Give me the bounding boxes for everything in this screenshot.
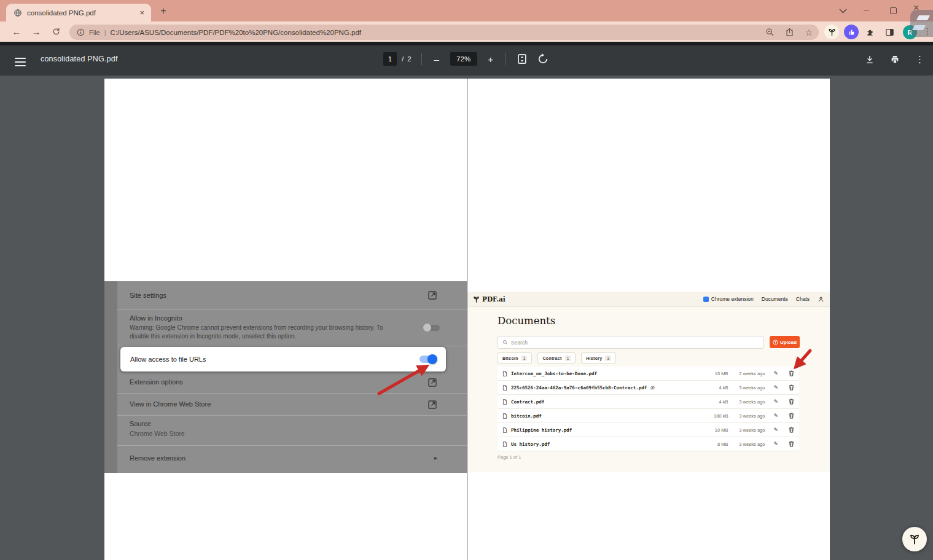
- new-tab-button[interactable]: +: [157, 6, 170, 17]
- tag-chip: History 3: [581, 352, 616, 364]
- zoom-out-icon[interactable]: [765, 28, 775, 37]
- file-icon: [502, 399, 507, 405]
- watermark-slash: [916, 15, 930, 20]
- file-urls-toggle-on: [420, 356, 436, 363]
- download-icon[interactable]: [865, 55, 875, 64]
- file-name: 225c6526-24aa-462a-9a76-c6a69fb55cb8-Con…: [511, 385, 647, 391]
- upload-icon: [773, 340, 778, 345]
- file-icon: [502, 441, 507, 447]
- source-value: Chrome Web Store: [130, 430, 185, 437]
- url-scheme-label: File: [89, 29, 100, 36]
- pdf-viewer-toolbar: consolidated PNG.pdf 1 / 2 – 72% + ⋮: [0, 42, 933, 76]
- divider: [421, 53, 422, 65]
- extension-options-row: Extension options: [117, 371, 467, 394]
- delete-trash-icon: [789, 384, 794, 391]
- file-age: 3 weeks ago: [728, 399, 765, 405]
- documents-table: Intercom_on_Jobs-to-be-Done.pdf 15 MB 2 …: [498, 367, 799, 451]
- delete-trash-icon: [789, 399, 794, 405]
- file-name: Philippine history.pdf: [511, 427, 572, 433]
- pdf-content-area: Site settings Allow in Incognito Warning…: [0, 76, 933, 560]
- brand-name: PDF.ai: [482, 295, 506, 303]
- print-icon[interactable]: [890, 55, 900, 64]
- leaf-icon: [828, 28, 836, 36]
- leaf-icon: [909, 534, 920, 545]
- url-separator: |: [104, 29, 106, 36]
- thumb-up-icon: [848, 29, 855, 36]
- window-minimize-button[interactable]: –: [864, 4, 869, 14]
- file-icon: [502, 371, 507, 376]
- incognito-toggle-off: [424, 325, 440, 331]
- file-icon: [502, 427, 507, 433]
- pdf-page-2: PDF.ai Chrome extension Documents Chats …: [467, 79, 830, 560]
- extensions-puzzle-icon[interactable]: [866, 28, 875, 37]
- nav-chrome-extension: Chrome extension: [703, 296, 754, 302]
- tag-label: Bitcoin: [502, 356, 518, 360]
- tag-label: History: [586, 356, 602, 360]
- allow-file-urls-label: Allow access to file URLs: [130, 356, 206, 363]
- thumbsup-extension-icon[interactable]: [844, 25, 859, 39]
- pdfai-extension-icon[interactable]: [824, 25, 839, 39]
- settings-screenshot-dimmed: Site settings Allow in Incognito Warning…: [104, 281, 467, 473]
- file-name: bitcoin.pdf: [511, 413, 542, 419]
- pdfai-logo: PDF.ai: [473, 295, 506, 303]
- nav-documents: Documents: [762, 296, 788, 302]
- reload-button[interactable]: [49, 28, 63, 36]
- pdfai-floating-button[interactable]: [902, 527, 927, 551]
- tag-count-badge: 3: [605, 356, 611, 361]
- extension-options-label: Extension options: [130, 378, 183, 386]
- watermark-slash: [912, 25, 926, 30]
- remove-extension-row: Remove extension ▸: [117, 446, 467, 471]
- pdf-menu-icon[interactable]: ⋮: [915, 54, 924, 65]
- menu-icon[interactable]: [15, 58, 26, 69]
- eye-off-icon: [650, 385, 655, 391]
- file-age: 3 weeks ago: [728, 427, 765, 433]
- zoom-in-button[interactable]: +: [486, 54, 496, 64]
- zoom-level-input[interactable]: 72%: [450, 52, 477, 66]
- allow-incognito-label: Allow in Incognito: [130, 314, 182, 322]
- rotate-icon[interactable]: [537, 53, 549, 65]
- open-in-new-icon: [427, 399, 438, 410]
- tag-count-badge: 1: [565, 356, 571, 361]
- browser-tab[interactable]: consolidated PNG.pdf ×: [6, 4, 151, 21]
- tab-close-icon[interactable]: ×: [138, 8, 146, 17]
- rename-pencil-icon: ✎: [773, 399, 778, 405]
- view-in-store-label: View in Chrome Web Store: [130, 400, 211, 408]
- upload-button: Upload: [770, 336, 800, 348]
- tab-title: consolidated PNG.pdf: [27, 9, 138, 17]
- incognito-warning-text: Warning: Google Chrome cannot prevent ex…: [130, 324, 403, 341]
- file-size: 4 kB: [701, 399, 728, 405]
- info-icon[interactable]: [77, 28, 85, 36]
- bookmark-star-icon[interactable]: ☆: [805, 28, 813, 37]
- side-panel-icon[interactable]: [885, 28, 894, 37]
- table-row: Us history.pdf 8 MB 3 weeks ago ✎: [498, 437, 799, 451]
- nav-chats: Chats: [796, 296, 810, 302]
- zoom-out-button[interactable]: –: [432, 54, 442, 64]
- file-name: Contract.pdf: [511, 399, 544, 405]
- rename-pencil-icon: ✎: [773, 413, 778, 419]
- file-size: 180 kB: [701, 413, 728, 419]
- chrome-extension-badge-icon: [703, 297, 709, 302]
- documents-heading: Documents: [498, 315, 555, 327]
- back-button[interactable]: ←: [9, 26, 25, 37]
- file-size: 10 MB: [701, 427, 728, 433]
- file-size: 15 MB: [701, 371, 728, 376]
- file-age: 3 weeks ago: [728, 413, 765, 419]
- url-bar[interactable]: File | C:/Users/ASUS/Documents/PDF/PDF%2…: [69, 25, 819, 40]
- allow-file-urls-row-highlighted: Allow access to file URLs: [120, 347, 446, 371]
- file-size: 8 MB: [701, 441, 728, 447]
- fit-to-page-icon[interactable]: [516, 53, 528, 65]
- page-number-input[interactable]: 1: [383, 52, 397, 66]
- browser-tab-strip: consolidated PNG.pdf × + – ×: [0, 0, 933, 21]
- share-icon[interactable]: [785, 28, 794, 37]
- divider: [506, 53, 506, 65]
- settings-margin: [104, 281, 117, 473]
- file-age: 3 weeks ago: [728, 441, 765, 447]
- tab-search-chevron-icon[interactable]: [839, 9, 847, 14]
- forward-button[interactable]: →: [28, 26, 44, 37]
- pagination-text: Page 1 of 1: [498, 454, 521, 460]
- view-in-store-row: View in Chrome Web Store: [117, 394, 467, 416]
- tag-chip: Contract 1: [537, 352, 576, 364]
- rename-pencil-icon: ✎: [773, 370, 778, 376]
- delete-trash-icon: [789, 441, 794, 447]
- window-maximize-button[interactable]: [890, 7, 897, 14]
